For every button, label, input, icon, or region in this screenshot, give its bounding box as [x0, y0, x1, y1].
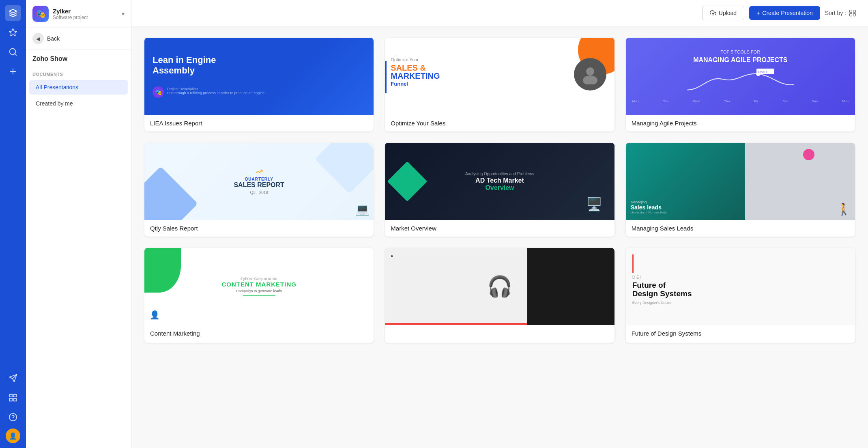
app-title: Zoho Show	[26, 50, 131, 66]
presentation-title: Managing Agile Projects	[626, 115, 855, 131]
presentation-title: Optimize Your Sales	[385, 115, 614, 131]
thumbnail-salesleads: 🚶 Managing Sales leads Understand Nurtur…	[626, 143, 855, 220]
presentation-title: Content Marketing	[144, 325, 374, 343]
presentation-card-agile[interactable]: TOP 5 TOOLS FOR MANAGING AGILE PROJECTS …	[626, 38, 855, 131]
star-icon[interactable]	[5, 24, 21, 41]
svg-rect-9	[14, 394, 16, 397]
svg-rect-11	[10, 398, 12, 401]
presentation-card-qtly[interactable]: QUARTERLY SALES REPORT Q3 - 2019 💻 Qtly …	[144, 143, 374, 237]
sort-by[interactable]: Sort by :	[825, 9, 857, 17]
svg-text:Level 1: Level 1	[758, 71, 767, 73]
back-button[interactable]: ◀ Back	[26, 28, 131, 50]
search-icon[interactable]	[5, 44, 21, 60]
sidebar-item-all-presentations[interactable]: All Presentations	[29, 80, 128, 95]
svg-point-20	[583, 75, 597, 84]
help-icon[interactable]	[5, 409, 21, 425]
svg-marker-1	[9, 29, 17, 36]
workspace-name: Zylker	[53, 8, 118, 15]
thumbnail-market: Analysing Opportunities and Problems AD …	[385, 143, 614, 220]
upload-icon	[710, 10, 716, 16]
svg-rect-15	[850, 10, 852, 13]
svg-rect-17	[850, 14, 852, 16]
presentation-title: Managing Sales Leads	[626, 220, 855, 237]
presentations-grid-area: Lean in EngineAssembly 🎭 Project Descrip…	[131, 26, 868, 448]
workspace-sub: Software project	[53, 15, 118, 20]
svg-rect-8	[10, 394, 12, 397]
avatar-small: 🎭	[153, 86, 164, 98]
user-avatar[interactable]: 👤	[6, 429, 20, 443]
svg-rect-10	[14, 398, 16, 401]
create-presentation-button[interactable]: + Create Presentation	[749, 6, 820, 20]
presentation-title: Qtly Sales Report	[144, 220, 374, 237]
thumbnail-sales: Optimize Your SALES & MARKETING Funnel	[385, 38, 614, 115]
presentation-card-design[interactable]: DEI Future ofDesign Systems Every Design…	[626, 248, 855, 343]
thumbnail-qtly: QUARTERLY SALES REPORT Q3 - 2019 💻	[144, 143, 374, 220]
workspace-avatar: 🎭	[32, 6, 49, 22]
presentation-card-liea[interactable]: Lean in EngineAssembly 🎭 Project Descrip…	[144, 38, 374, 131]
photo-circle	[574, 58, 606, 90]
sidebar: 🎭 Zylker Software project ▾ ◀ Back Zoho …	[26, 0, 131, 448]
layers-icon[interactable]	[5, 5, 21, 21]
svg-marker-0	[9, 9, 17, 13]
presentation-title: LIEA Issues Report	[144, 115, 374, 131]
back-arrow-icon: ◀	[32, 33, 44, 44]
documents-section-label: DOCUMENTS	[26, 66, 131, 79]
back-label: Back	[47, 35, 60, 42]
upload-button[interactable]: Upload	[702, 6, 744, 20]
sort-icon	[849, 9, 857, 17]
thumbnail-contentmarketing: 👤 Zylker Corporation CONTENT MARKETING C…	[144, 248, 374, 325]
presentations-grid: Lean in EngineAssembly 🎭 Project Descrip…	[144, 38, 855, 343]
toolbar: Upload + Create Presentation Sort by :	[131, 0, 868, 26]
presentation-card-contentmarketing[interactable]: 👤 Zylker Corporation CONTENT MARKETING C…	[144, 248, 374, 343]
presentation-card-salesleads[interactable]: 🚶 Managing Sales leads Understand Nurtur…	[626, 143, 855, 237]
presentation-title: Future of Design Systems	[626, 325, 855, 342]
presentation-title: Market Overview	[385, 220, 614, 237]
send-icon[interactable]	[5, 370, 21, 386]
main-content: Upload + Create Presentation Sort by : L…	[131, 0, 868, 448]
svg-rect-18	[853, 14, 856, 16]
icon-bar: 👤	[0, 0, 26, 448]
thumbnail-agile: TOP 5 TOOLS FOR MANAGING AGILE PROJECTS …	[626, 38, 855, 115]
svg-point-19	[586, 67, 594, 75]
chevron-down-icon: ▾	[122, 11, 125, 17]
presentation-card-person[interactable]: 🎧 ●	[385, 248, 614, 343]
presentation-card-market[interactable]: Analysing Opportunities and Problems AD …	[385, 143, 614, 237]
sidebar-item-created-by-me[interactable]: Created by me	[29, 96, 128, 111]
plus-icon[interactable]	[5, 63, 21, 80]
thumbnail-liea: Lean in EngineAssembly 🎭 Project Descrip…	[144, 38, 374, 115]
svg-rect-16	[853, 10, 856, 13]
workspace-header[interactable]: 🎭 Zylker Software project ▾	[26, 0, 131, 28]
thumbnail-person: 🎧 ●	[385, 248, 614, 325]
grid-icon[interactable]	[5, 390, 21, 406]
workspace-info: Zylker Software project	[53, 8, 118, 20]
presentation-card-sales[interactable]: Optimize Your SALES & MARKETING Funnel O…	[385, 38, 614, 131]
thumbnail-design: DEI Future ofDesign Systems Every Design…	[626, 248, 855, 325]
presentation-title	[385, 325, 614, 343]
svg-line-3	[15, 54, 16, 55]
